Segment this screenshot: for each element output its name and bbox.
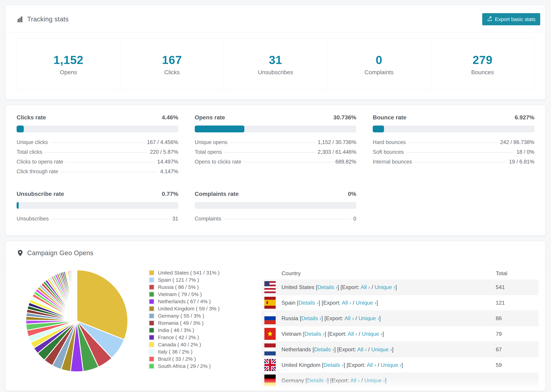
stat-cell: 0Complaints: [327, 39, 431, 90]
rate-metric-label: Click through rate: [17, 168, 58, 175]
rate-title: Unsubscribe rate: [17, 190, 64, 197]
rate-metric-value: 242 / 86.738%: [500, 139, 534, 145]
rate-metric-value: 0: [353, 216, 356, 222]
country-name: Russia: [282, 315, 300, 321]
rate-metric-label: Total clicks: [17, 149, 42, 155]
legend-label: Netherlands ( 67 / 4% ): [158, 299, 211, 304]
country-name: Netherlands: [282, 346, 312, 352]
rate-metric-row: Opens to clicks rate689.82%: [195, 159, 356, 168]
legend-swatch: [149, 284, 155, 290]
rate-metric-label: Soft bounces: [373, 149, 404, 155]
details-link[interactable]: Details ›: [307, 378, 327, 384]
rate-title: Opens rate: [195, 114, 225, 121]
legend-item: United Kingdom ( 59 / 3% ): [149, 306, 234, 312]
table-body: United States [Details ›] [Export: All ›…: [262, 280, 538, 388]
export-unique-link[interactable]: Unique ›: [364, 378, 385, 384]
rate-metric-row: Unique opens1,152 / 30.736%: [195, 139, 356, 149]
stat-value: 279: [473, 53, 493, 67]
stat-value: 1,152: [53, 53, 83, 67]
legend-item: France ( 42 / 2% ): [149, 335, 234, 340]
legend-swatch: [149, 363, 155, 369]
details-link[interactable]: Details ›: [299, 300, 319, 306]
export-unique-link[interactable]: Unique ›: [356, 300, 376, 306]
dotted-leader: [230, 142, 315, 143]
export-unique-link[interactable]: Unique ›: [371, 346, 392, 352]
export-all-link[interactable]: All ›: [350, 378, 360, 384]
rate-value: 0.77%: [162, 190, 178, 197]
rate-metric-label: Unique clicks: [17, 139, 48, 145]
progress-track: [17, 202, 178, 209]
rate-section: Opens rate30.736%Unique opens1,152 / 30.…: [195, 114, 356, 178]
export-all-link[interactable]: All ›: [357, 346, 367, 352]
export-unique-link[interactable]: Unique ›: [374, 284, 395, 290]
total-cell: 59: [496, 362, 538, 368]
legend-item: United States ( 541 / 31% ): [149, 270, 234, 276]
rate-metric-row: Soft bounces18 / 0%: [373, 149, 534, 159]
rate-section-header: Bounce rate6.927%: [373, 114, 534, 121]
rate-metric-row: Click through rate4.147%: [17, 168, 178, 178]
details-link[interactable]: Details ›: [301, 315, 321, 321]
country-cell: Germany [Details ›] [Export: All › / Uni…: [282, 378, 496, 384]
geo-body: United States ( 541 / 31% )Spain ( 121 /…: [6, 264, 545, 388]
export-all-link[interactable]: All ›: [348, 331, 357, 337]
pie-slice-other: [77, 270, 77, 321]
rate-metric-label: Internal bounces: [373, 159, 412, 165]
dotted-leader: [225, 152, 315, 153]
stat-value: 0: [376, 53, 382, 67]
country-name: United Kingdom: [282, 362, 322, 368]
rate-title: Clicks rate: [17, 114, 46, 121]
legend-label: France ( 42 / 2% ): [158, 335, 199, 340]
rate-metric-value: 689.82%: [335, 159, 356, 165]
legend-swatch: [149, 349, 155, 355]
table-row: Spain [Details ›] [Export: All › / Uniqu…: [262, 295, 538, 311]
export-all-link[interactable]: All ›: [360, 284, 370, 290]
stat-label: Complaints: [365, 69, 394, 76]
details-link[interactable]: Details ›: [323, 362, 343, 368]
rate-value: 4.46%: [162, 114, 178, 121]
progress-track: [17, 126, 178, 132]
legend-label: Germany ( 55 / 3% ): [158, 313, 204, 319]
export-unique-link[interactable]: Unique ›: [381, 362, 402, 368]
export-unique-link[interactable]: Unique ›: [362, 331, 382, 337]
legend-swatch: [149, 277, 155, 283]
dotted-leader: [244, 162, 333, 162]
rate-metric-row: Internal bounces19 / 6.81%: [373, 159, 534, 168]
export-all-link[interactable]: All ›: [367, 362, 376, 368]
export-all-link[interactable]: All ›: [342, 300, 351, 306]
country-cell: Russia [Details ›] [Export: All › / Uniq…: [282, 315, 496, 322]
total-cell: 79: [496, 331, 538, 337]
export-basic-stats-button[interactable]: Export basic stats: [482, 13, 540, 25]
dotted-leader: [51, 219, 170, 219]
flag-us-icon: [264, 281, 276, 293]
rate-metric-label: Hard bounces: [373, 139, 406, 145]
country-name: United States: [282, 284, 316, 290]
progress-track: [195, 202, 356, 209]
stat-cell: 31Unsubscribes: [224, 39, 327, 90]
legend-item: Netherlands ( 67 / 4% ): [149, 299, 234, 304]
stat-value: 167: [162, 53, 182, 67]
rate-metric-value: 1,152 / 30.736%: [318, 139, 356, 145]
legend-swatch: [149, 335, 155, 340]
stat-label: Opens: [60, 69, 77, 76]
details-link[interactable]: Details ›: [304, 331, 325, 337]
export-all-link[interactable]: All ›: [345, 315, 354, 321]
geo-legend: United States ( 541 / 31% )Spain ( 121 /…: [149, 270, 234, 371]
details-link[interactable]: Details ›: [318, 284, 338, 290]
rate-section-header: Complaints rate0%: [195, 190, 356, 197]
flag-es-icon: [264, 297, 276, 309]
table-row: Russia [Details ›] [Export: All › / Uniq…: [262, 311, 538, 326]
country-name: Germany: [282, 378, 305, 384]
dotted-leader: [415, 162, 506, 162]
legend-label: United States ( 541 / 31% ): [158, 270, 219, 276]
flag-de-icon: [264, 375, 276, 386]
rate-section-header: Unsubscribe rate0.77%: [17, 190, 178, 197]
legend-label: India ( 46 / 3% ): [158, 327, 194, 333]
rate-metric-value: 220 / 5.87%: [150, 149, 178, 155]
legend-swatch: [149, 356, 155, 362]
stat-label: Bounces: [471, 69, 494, 76]
dotted-leader: [409, 142, 497, 143]
details-link[interactable]: Details ›: [314, 346, 334, 352]
legend-swatch: [149, 299, 155, 304]
export-unique-link[interactable]: Unique ›: [359, 315, 379, 321]
country-cell: United Kingdom [Details ›] [Export: All …: [282, 362, 496, 368]
